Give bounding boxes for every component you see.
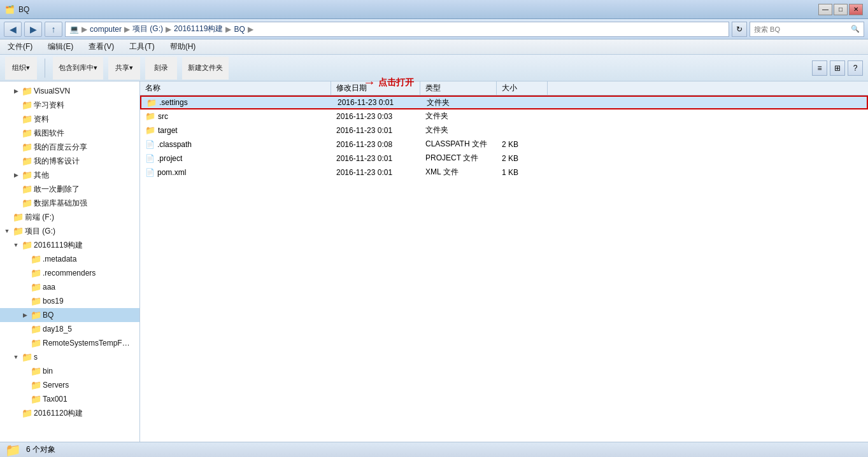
sidebar-item[interactable]: 📁Servers bbox=[0, 378, 139, 392]
folder-icon: 📁 bbox=[13, 212, 24, 222]
expand-arrow-icon[interactable]: ▶ bbox=[11, 87, 20, 95]
file-size-cell bbox=[497, 109, 548, 123]
folder-icon: 📁 bbox=[31, 324, 41, 334]
title-bar-controls: — □ ✕ bbox=[818, 4, 863, 15]
sidebar-item-label: 20161120构建 bbox=[34, 408, 83, 419]
organize-button[interactable]: 组织▾ bbox=[5, 57, 37, 80]
file-size-cell bbox=[498, 97, 549, 108]
folder-icon: 📁 bbox=[31, 254, 41, 264]
sidebar-item[interactable]: ▼📁s bbox=[0, 350, 139, 364]
sidebar-item[interactable]: 📁我的百度云分享 bbox=[0, 140, 139, 154]
table-row[interactable]: 📁src2016-11-23 0:03文件夹 bbox=[140, 109, 868, 123]
expand-arrow-icon[interactable]: ▼ bbox=[11, 353, 20, 362]
folder-icon: 📁 bbox=[31, 296, 41, 306]
forward-button[interactable]: ▶ bbox=[24, 22, 42, 37]
sidebar-item[interactable]: ▶📁VisualSVN bbox=[0, 84, 139, 98]
sidebar-item[interactable]: ▼📁20161119构建 bbox=[0, 238, 139, 252]
expand-arrow-icon[interactable]: ▼ bbox=[11, 241, 20, 250]
folder-icon: 📁 bbox=[22, 142, 32, 152]
sidebar-item[interactable]: 📁bos19 bbox=[0, 294, 139, 308]
expand-arrow-icon[interactable]: ▶ bbox=[20, 311, 29, 320]
path-drive[interactable]: 项目 (G:) bbox=[132, 24, 163, 34]
expand-arrow-icon[interactable]: ▼ bbox=[3, 227, 11, 236]
file-name-text: src bbox=[158, 112, 168, 121]
sidebar-item[interactable]: ▶📁其他 bbox=[0, 168, 139, 182]
file-icon: 📄 bbox=[145, 140, 155, 149]
folder-icon: 📁 bbox=[22, 128, 32, 138]
burn-label: 刻录 bbox=[154, 63, 168, 73]
up-button[interactable]: ↑ bbox=[45, 22, 62, 37]
include-library-button[interactable]: 包含到库中▾ bbox=[53, 57, 103, 80]
folder-icon: 📁 bbox=[145, 111, 155, 121]
path-icon: 💻 bbox=[69, 25, 79, 34]
view-details-button[interactable]: ≡ bbox=[812, 60, 827, 76]
sidebar-item[interactable]: 📁.metadata bbox=[0, 252, 139, 266]
minimize-button[interactable]: — bbox=[818, 4, 832, 15]
sidebar-item[interactable]: 📁aaa bbox=[0, 280, 139, 294]
sidebar-item-label: bin bbox=[43, 367, 53, 376]
sidebar-item[interactable]: 📁Tax001 bbox=[0, 392, 139, 406]
sidebar-item-label: 其他 bbox=[34, 170, 49, 181]
menu-tools[interactable]: 工具(T) bbox=[127, 40, 157, 53]
sidebar-item[interactable]: 📁截图软件 bbox=[0, 126, 139, 140]
address-bar: ◀ ▶ ↑ 💻 ▶ computer ▶ 项目 (G:) ▶ 20161119构… bbox=[0, 19, 868, 39]
sidebar-item[interactable]: 📁.recommenders bbox=[0, 266, 139, 280]
sidebar-item[interactable]: 📁day18_5 bbox=[0, 322, 139, 336]
search-box[interactable]: 🔍 bbox=[750, 22, 864, 37]
file-name-cell: 📁src bbox=[140, 109, 331, 123]
sidebar-item[interactable]: ▶📁BQ bbox=[0, 308, 139, 322]
folder-icon: 📁 bbox=[22, 184, 32, 194]
sidebar-item[interactable]: 📁前端 (F:) bbox=[0, 210, 139, 224]
sidebar-item[interactable]: 📁学习资料 bbox=[0, 98, 139, 112]
table-row[interactable]: 📄pom.xml2016-11-23 0:01XML 文件1 KB bbox=[140, 165, 868, 179]
sidebar-item[interactable]: 📁敢一次删除了 bbox=[0, 182, 139, 196]
sidebar-item[interactable]: 📁bin bbox=[0, 364, 139, 378]
status-count: 6 个对象 bbox=[26, 444, 55, 455]
file-name-text: .classpath bbox=[157, 140, 192, 149]
burn-button[interactable]: 刻录 bbox=[145, 57, 177, 80]
sidebar-item-label: 数据库基础加强 bbox=[34, 198, 87, 209]
menu-view[interactable]: 查看(V) bbox=[86, 40, 117, 53]
close-button[interactable]: ✕ bbox=[849, 4, 863, 15]
help-button[interactable]: ? bbox=[848, 60, 863, 76]
col-header-size[interactable]: 大小 bbox=[497, 81, 548, 95]
maximize-button[interactable]: □ bbox=[834, 4, 848, 15]
sidebar-item-label: RemoteSystemsTempF… bbox=[43, 339, 130, 348]
refresh-button[interactable]: ↻ bbox=[732, 22, 747, 37]
menu-help[interactable]: 帮助(H) bbox=[167, 40, 199, 53]
table-row[interactable]: 📁.settings2016-11-23 0:01文件夹 bbox=[140, 95, 868, 109]
file-area: 名称 修改日期 类型 大小 📁.settings2016-11-23 0:01文… bbox=[140, 81, 868, 442]
table-row[interactable]: 📄.classpath2016-11-23 0:08CLASSPATH 文件2 … bbox=[140, 137, 868, 151]
sidebar-item[interactable]: 📁资料 bbox=[0, 112, 139, 126]
sidebar-item-label: 敢一次删除了 bbox=[34, 184, 80, 195]
expand-arrow-icon[interactable]: ▶ bbox=[11, 171, 20, 179]
col-header-name[interactable]: 名称 bbox=[140, 81, 331, 95]
file-list-header: 名称 修改日期 类型 大小 bbox=[140, 81, 868, 95]
file-list: 📁.settings2016-11-23 0:01文件夹📁src2016-11-… bbox=[140, 95, 868, 442]
sidebar-item[interactable]: 📁我的博客设计 bbox=[0, 154, 139, 168]
table-row[interactable]: 📄.project2016-11-23 0:01PROJECT 文件2 KB bbox=[140, 151, 868, 165]
col-header-type[interactable]: 类型 bbox=[420, 81, 497, 95]
new-folder-button[interactable]: 新建文件夹 bbox=[182, 57, 229, 80]
share-button[interactable]: 共享▾ bbox=[108, 57, 140, 80]
path-computer[interactable]: computer bbox=[90, 25, 122, 34]
menu-edit[interactable]: 编辑(E) bbox=[45, 40, 76, 53]
menu-file[interactable]: 文件(F) bbox=[5, 40, 35, 53]
path-current[interactable]: BQ bbox=[234, 25, 245, 34]
folder-icon: 📁 bbox=[31, 268, 41, 278]
sidebar-item[interactable]: 📁数据库基础加强 bbox=[0, 196, 139, 210]
sidebar-item[interactable]: ▼📁项目 (G:) bbox=[0, 224, 139, 238]
folder-icon: 📁 bbox=[31, 338, 41, 348]
file-name-text: pom.xml bbox=[157, 168, 186, 177]
col-header-date[interactable]: 修改日期 bbox=[331, 81, 420, 95]
table-row[interactable]: 📁target2016-11-23 0:01文件夹 bbox=[140, 123, 868, 137]
sidebar-item[interactable]: 📁20161120构建 bbox=[0, 406, 139, 420]
back-button[interactable]: ◀ bbox=[4, 22, 22, 37]
folder-icon: 📁 bbox=[13, 226, 24, 236]
file-name-cell: 📄.project bbox=[140, 151, 331, 165]
path-folder[interactable]: 20161119构建 bbox=[174, 24, 223, 34]
search-input[interactable] bbox=[754, 25, 851, 33]
sidebar-item[interactable]: 📁RemoteSystemsTempF… bbox=[0, 336, 139, 350]
view-tiles-button[interactable]: ⊞ bbox=[830, 60, 845, 76]
sidebar-item-label: bos19 bbox=[43, 297, 64, 306]
